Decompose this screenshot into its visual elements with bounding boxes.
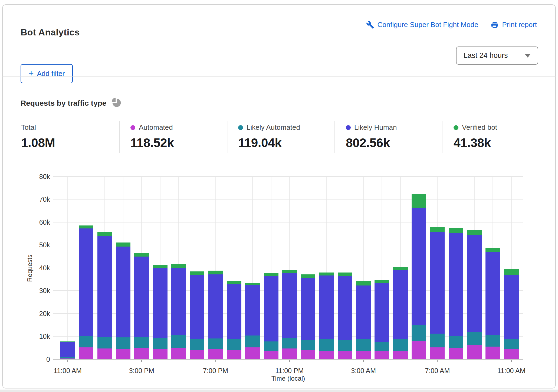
bar-segment-likely-human[interactable]	[227, 284, 241, 339]
bar-segment-likely-automated[interactable]	[319, 339, 334, 351]
time-range-dropdown[interactable]: Last 24 hours	[456, 46, 538, 65]
bar-segment-automated[interactable]	[245, 347, 260, 359]
bar-segment-verified-bot[interactable]	[467, 230, 482, 235]
bar-segment-likely-automated[interactable]	[412, 325, 426, 341]
bar-segment-likely-human[interactable]	[375, 283, 389, 342]
bar-segment-automated[interactable]	[430, 347, 445, 359]
bar-segment-likely-automated[interactable]	[134, 337, 149, 348]
bar-segment-verified-bot[interactable]	[282, 270, 297, 273]
bar-segment-verified-bot[interactable]	[319, 273, 334, 275]
bar-segment-likely-human[interactable]	[301, 278, 315, 340]
stat-verified-bot[interactable]: Verified bot41.38k	[454, 123, 497, 150]
bar-segment-likely-human[interactable]	[356, 285, 371, 339]
bar-segment-likely-automated[interactable]	[467, 332, 482, 346]
bar-segment-automated[interactable]	[190, 350, 204, 359]
bar-segment-verified-bot[interactable]	[504, 269, 519, 275]
bar-segment-likely-human[interactable]	[319, 275, 334, 340]
bar-segment-verified-bot[interactable]	[60, 341, 75, 342]
bar-segment-likely-automated[interactable]	[171, 335, 186, 348]
bar-segment-verified-bot[interactable]	[485, 248, 500, 253]
bar-segment-likely-human[interactable]	[449, 233, 463, 335]
bar-segment-likely-automated[interactable]	[153, 338, 168, 349]
bar-segment-verified-bot[interactable]	[264, 273, 278, 276]
bar-segment-likely-automated[interactable]	[338, 340, 352, 351]
bar-segment-verified-bot[interactable]	[208, 271, 223, 274]
bar-segment-likely-automated[interactable]	[393, 339, 408, 351]
bar-segment-verified-bot[interactable]	[301, 274, 315, 278]
bar-segment-likely-human[interactable]	[412, 208, 426, 325]
bar-segment-likely-automated[interactable]	[449, 336, 463, 348]
bar-segment-likely-human[interactable]	[245, 285, 260, 335]
bar-segment-automated[interactable]	[264, 351, 278, 359]
bar-segment-likely-human[interactable]	[467, 235, 482, 331]
bar-segment-automated[interactable]	[171, 348, 186, 359]
bar-segment-verified-bot[interactable]	[79, 225, 93, 228]
bar-segment-verified-bot[interactable]	[375, 280, 389, 283]
stat-automated[interactable]: Automated118.52k	[130, 123, 174, 150]
bar-segment-likely-automated[interactable]	[116, 337, 130, 349]
bar-segment-likely-human[interactable]	[116, 247, 130, 337]
bar-segment-automated[interactable]	[338, 351, 352, 359]
bar-segment-verified-bot[interactable]	[153, 265, 168, 268]
bar-segment-likely-automated[interactable]	[282, 338, 297, 348]
add-filter-button[interactable]: + Add filter	[21, 64, 73, 83]
bar-segment-automated[interactable]	[97, 348, 112, 359]
bar-segment-automated[interactable]	[485, 347, 500, 359]
bar-segment-likely-human[interactable]	[282, 273, 297, 338]
bar-segment-verified-bot[interactable]	[97, 232, 112, 236]
bar-segment-likely-human[interactable]	[504, 275, 519, 339]
bar-segment-likely-automated[interactable]	[375, 342, 389, 351]
bar-segment-likely-automated[interactable]	[264, 341, 278, 351]
bar-segment-likely-automated[interactable]	[485, 335, 500, 347]
bar-segment-likely-human[interactable]	[97, 236, 112, 337]
bar-segment-likely-human[interactable]	[153, 268, 168, 338]
bar-segment-likely-automated[interactable]	[208, 338, 223, 349]
bar-segment-verified-bot[interactable]	[171, 264, 186, 268]
bar-segment-automated[interactable]	[356, 351, 371, 359]
bar-segment-automated[interactable]	[282, 348, 297, 359]
bar-segment-likely-automated[interactable]	[60, 357, 75, 358]
bar-segment-likely-human[interactable]	[79, 228, 93, 336]
bar-segment-automated[interactable]	[449, 348, 463, 359]
bar-segment-automated[interactable]	[153, 349, 168, 359]
bar-segment-likely-automated[interactable]	[227, 339, 241, 350]
bar-segment-likely-human[interactable]	[208, 274, 223, 338]
stat-likely-human[interactable]: Likely Human802.56k	[346, 123, 397, 150]
bar-segment-likely-automated[interactable]	[97, 337, 112, 348]
configure-super-bot-fight-mode-link[interactable]: Configure Super Bot Fight Mode	[366, 21, 478, 29]
bar-segment-verified-bot[interactable]	[227, 281, 241, 284]
bar-segment-verified-bot[interactable]	[412, 194, 426, 208]
bar-segment-likely-human[interactable]	[338, 276, 352, 340]
bar-segment-automated[interactable]	[116, 349, 130, 359]
bar-segment-verified-bot[interactable]	[356, 281, 371, 285]
bar-segment-automated[interactable]	[60, 358, 75, 359]
bar-segment-likely-automated[interactable]	[245, 335, 260, 347]
bar-segment-likely-human[interactable]	[485, 252, 500, 335]
bar-segment-likely-human[interactable]	[171, 268, 186, 335]
bar-segment-automated[interactable]	[375, 351, 389, 359]
bar-segment-verified-bot[interactable]	[116, 242, 130, 247]
bar-segment-automated[interactable]	[301, 350, 315, 359]
print-report-link[interactable]: Print report	[491, 21, 537, 29]
bar-segment-likely-human[interactable]	[264, 276, 278, 341]
bar-segment-verified-bot[interactable]	[449, 228, 463, 233]
bar-segment-likely-automated[interactable]	[301, 340, 315, 350]
bar-segment-automated[interactable]	[319, 351, 334, 359]
bar-segment-automated[interactable]	[208, 349, 223, 359]
bar-segment-likely-human[interactable]	[430, 232, 445, 334]
bar-segment-automated[interactable]	[412, 341, 426, 359]
bar-segment-automated[interactable]	[504, 349, 519, 359]
bar-segment-verified-bot[interactable]	[245, 283, 260, 285]
bar-segment-verified-bot[interactable]	[393, 267, 408, 270]
bar-segment-verified-bot[interactable]	[338, 273, 352, 276]
bar-segment-likely-automated[interactable]	[190, 339, 204, 350]
bar-segment-automated[interactable]	[227, 350, 241, 359]
stat-likely-automated[interactable]: Likely Automated119.04k	[238, 123, 300, 150]
bar-segment-automated[interactable]	[467, 345, 482, 359]
bar-segment-likely-human[interactable]	[190, 275, 204, 339]
bar-segment-likely-automated[interactable]	[430, 334, 445, 347]
bar-segment-likely-human[interactable]	[393, 270, 408, 339]
bar-segment-automated[interactable]	[134, 348, 149, 359]
bar-segment-automated[interactable]	[79, 347, 93, 359]
bar-segment-likely-automated[interactable]	[504, 339, 519, 349]
